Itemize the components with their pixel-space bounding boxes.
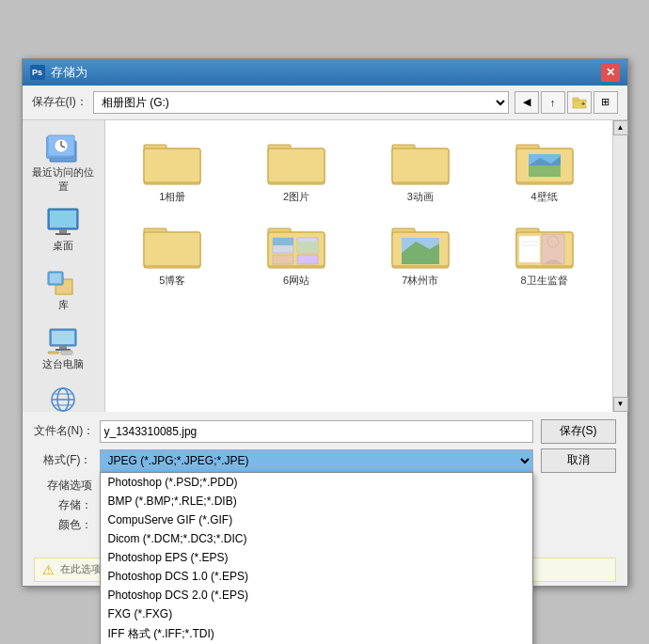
- folder-8[interactable]: 8卫生监督: [484, 212, 605, 291]
- folder-2-name: 2图片: [283, 190, 309, 204]
- back-button[interactable]: ◀: [514, 91, 539, 114]
- dropdown-item-dcs2[interactable]: Photoshop DCS 2.0 (*.EPS): [101, 586, 532, 605]
- main-area: 最近访问的位置 桌面: [23, 120, 627, 412]
- ps-icon: Ps: [30, 65, 45, 80]
- sidebar-desktop-label: 桌面: [53, 239, 73, 253]
- folder-4[interactable]: 4壁纸: [484, 128, 605, 208]
- svg-rect-19: [59, 346, 67, 349]
- svg-rect-10: [50, 211, 76, 228]
- view-button[interactable]: ⊞: [594, 91, 618, 114]
- dropdown-item-gif[interactable]: CompuServe GIF (*.GIF): [101, 510, 532, 529]
- dropdown-item-dcs1[interactable]: Photoshop DCS 1.0 (*.EPS): [101, 567, 532, 586]
- svg-rect-22: [61, 351, 72, 354]
- svg-point-64: [547, 236, 559, 247]
- svg-rect-41: [529, 165, 561, 177]
- folder-8-icon: [512, 215, 578, 272]
- folder-6-name: 6网站: [283, 274, 309, 288]
- scroll-track: [613, 135, 627, 397]
- save-in-label: 保存在(I)：: [32, 94, 87, 110]
- svg-rect-45: [144, 232, 200, 266]
- close-button[interactable]: ✕: [601, 63, 620, 82]
- library-icon: [44, 264, 82, 298]
- format-select[interactable]: JPEG (*.JPG;*.JPEG;*.JPE): [100, 449, 533, 472]
- dialog-body: 最近访问的位置 桌面: [23, 120, 627, 586]
- scroll-down-button[interactable]: ▼: [613, 397, 628, 412]
- svg-rect-53: [273, 255, 293, 264]
- title-bar-left: Ps 存储为: [30, 64, 87, 81]
- format-dropdown[interactable]: Photoshop (*.PSD;*.PDD) BMP (*.BMP;*.RLE…: [100, 472, 533, 645]
- svg-rect-36: [392, 149, 449, 182]
- folder-6-icon: [263, 215, 329, 272]
- folder-7[interactable]: 7林州市: [360, 212, 481, 291]
- svg-rect-52: [297, 242, 318, 253]
- sidebar-item-desktop[interactable]: 桌面: [25, 201, 101, 257]
- title-text: 存储为: [51, 64, 87, 81]
- folder-4-icon: [512, 132, 578, 188]
- scrollbar[interactable]: ▲ ▼: [612, 120, 627, 412]
- dropdown-item-iff[interactable]: IFF 格式 (*.IFF;*.TDI): [101, 623, 532, 645]
- svg-rect-65: [519, 236, 540, 262]
- folder-4-name: 4壁纸: [531, 190, 558, 204]
- location-select[interactable]: 相册图片 (G:): [93, 91, 509, 114]
- folder-1-icon: [139, 132, 205, 188]
- folder-8-name: 8卫生监督: [521, 274, 568, 288]
- cancel-button[interactable]: 取消: [541, 448, 616, 473]
- sidebar-item-recent[interactable]: 最近访问的位置: [25, 128, 101, 197]
- file-area: 1相册 2图片: [105, 120, 612, 412]
- dropdown-item-dicom[interactable]: Dicom (*.DCM;*.DC3;*.DIC): [101, 529, 532, 548]
- title-bar: Ps 存储为 ✕: [23, 59, 627, 86]
- format-select-wrapper: JPEG (*.JPG;*.JPEG;*.JPE) Photoshop (*.P…: [100, 449, 533, 472]
- toolbar-buttons: ◀ ↑ + ⊞: [514, 91, 618, 114]
- desktop-icon: [44, 205, 82, 239]
- form-area: 文件名(N)： 保存(S) 格式(F)： JPEG (*.JPG;*.JPEG;…: [23, 412, 627, 586]
- folder-1[interactable]: 1相册: [113, 128, 233, 208]
- sidebar: 最近访问的位置 桌面: [23, 120, 105, 412]
- folder-5[interactable]: 5博客: [113, 212, 233, 291]
- folder-5-icon: [139, 215, 205, 272]
- save-as-dialog: Ps 存储为 ✕ 保存在(I)： 相册图片 (G:) ◀ ↑ + ⊞: [22, 58, 628, 587]
- recent-icon: [44, 132, 82, 165]
- svg-rect-18: [52, 331, 74, 344]
- save-sub-label: 存储：: [34, 497, 100, 513]
- action-buttons: 保存(S): [533, 419, 616, 444]
- svg-rect-1: [573, 98, 578, 101]
- dropdown-item-bmp[interactable]: BMP (*.BMP;*.RLE;*.DIB): [101, 492, 532, 510]
- info-warning-icon: ⚠: [42, 562, 55, 577]
- svg-rect-12: [55, 233, 71, 235]
- folder-5-name: 5博客: [159, 274, 185, 288]
- up-button[interactable]: ↑: [541, 91, 565, 114]
- folder-7-name: 7林州市: [402, 274, 438, 288]
- dropdown-item-fxg[interactable]: FXG (*.FXG): [101, 605, 532, 623]
- svg-rect-11: [59, 229, 67, 233]
- computer-icon: [44, 323, 82, 357]
- svg-text:+: +: [581, 101, 585, 107]
- dropdown-item-photoshop[interactable]: Photoshop (*.PSD;*.PDD): [101, 473, 532, 492]
- folder-2-icon: [263, 132, 329, 188]
- toolbar-row: 保存在(I)： 相册图片 (G:) ◀ ↑ + ⊞: [23, 86, 627, 120]
- folder-3-icon: [388, 132, 453, 188]
- sidebar-computer-label: 这台电脑: [42, 357, 84, 371]
- folder-1-name: 1相册: [159, 190, 185, 204]
- sidebar-item-library[interactable]: 库: [25, 260, 101, 316]
- save-button[interactable]: 保存(S): [541, 419, 616, 444]
- format-row: 格式(F)： JPEG (*.JPG;*.JPEG;*.JPE) Photosh…: [34, 448, 616, 473]
- cancel-btn-wrapper: 取消: [533, 448, 616, 473]
- new-folder-button[interactable]: +: [567, 91, 592, 114]
- folder-6[interactable]: 6网站: [236, 212, 356, 291]
- folder-2[interactable]: 2图片: [236, 128, 356, 208]
- scroll-up-button[interactable]: ▲: [613, 120, 628, 135]
- svg-rect-30: [144, 149, 200, 182]
- filename-label: 文件名(N)：: [34, 423, 100, 439]
- svg-rect-21: [48, 352, 59, 353]
- svg-rect-50: [273, 238, 293, 245]
- folder-3[interactable]: 3动画: [360, 128, 481, 208]
- sidebar-item-computer[interactable]: 这台电脑: [25, 320, 101, 375]
- folder-7-icon: [388, 215, 453, 272]
- svg-rect-16: [50, 274, 61, 283]
- dropdown-item-eps[interactable]: Photoshop EPS (*.EPS): [101, 548, 532, 567]
- sidebar-library-label: 库: [58, 298, 69, 312]
- filename-input[interactable]: [100, 420, 533, 443]
- format-label: 格式(F)：: [34, 452, 100, 468]
- svg-rect-33: [268, 149, 324, 182]
- svg-rect-54: [297, 255, 318, 264]
